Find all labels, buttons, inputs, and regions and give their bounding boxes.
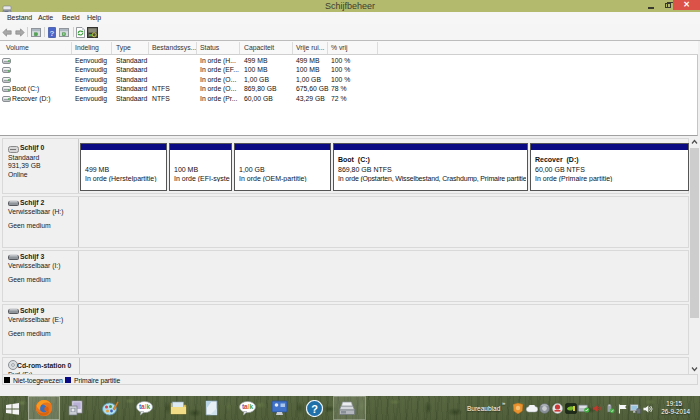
svg-text:talk: talk: [242, 403, 254, 410]
svg-text:?: ?: [311, 403, 318, 415]
svg-text:?: ?: [49, 29, 54, 38]
svg-text:talk: talk: [139, 403, 151, 410]
